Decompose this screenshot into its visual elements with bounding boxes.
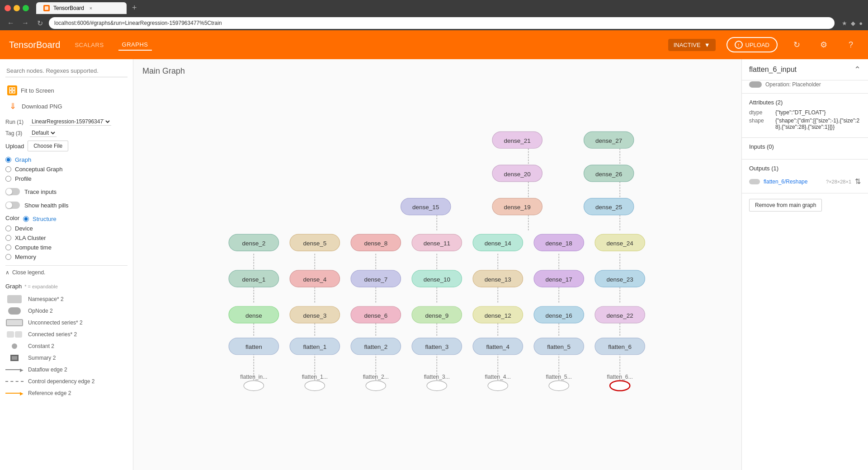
output-name[interactable]: flatten_6/Reshape xyxy=(764,179,822,185)
remove-from-main-graph-btn[interactable]: Remove from main graph xyxy=(749,199,822,212)
unconnected-symbol xyxy=(5,318,24,327)
attr-dtype-value: {"type":"DT_FLOAT"} xyxy=(775,109,826,116)
namespace-symbol xyxy=(5,295,24,304)
compute-radio[interactable] xyxy=(5,244,11,250)
color-xla[interactable]: XLA Cluster xyxy=(5,233,127,243)
nav-scalars[interactable]: SCALARS xyxy=(71,40,107,50)
memory-radio[interactable] xyxy=(5,254,11,260)
browser-tab[interactable]: TensorBoard × xyxy=(36,2,127,14)
inputs-title: Inputs (0) xyxy=(749,143,861,150)
input-oval-flatten-2[interactable] xyxy=(366,381,386,390)
profile-radio-input[interactable] xyxy=(5,176,11,182)
show-health-pills-toggle[interactable]: Show health pills xyxy=(5,200,127,211)
input-oval-flatten-4[interactable] xyxy=(488,381,508,390)
legend-namespace-label: Namespace* 2 xyxy=(28,296,64,302)
minimize-window-btn[interactable] xyxy=(14,5,20,11)
right-panel-close-btn[interactable]: ⌃ xyxy=(854,65,861,75)
svg-text:dense_21: dense_21 xyxy=(504,137,531,144)
tab-title: TensorBoard xyxy=(53,5,84,11)
close-window-btn[interactable] xyxy=(5,5,11,11)
run-select[interactable]: LinearRegression-1597963477 xyxy=(30,118,111,126)
legend-constant: Constant 2 xyxy=(5,340,127,352)
structure-radio[interactable] xyxy=(23,216,29,222)
graph-radio-profile[interactable]: Profile xyxy=(5,174,127,183)
opnode-symbol xyxy=(5,306,24,315)
opnode-oval xyxy=(8,307,21,315)
trace-inputs-switch[interactable] xyxy=(5,188,20,195)
color-memory[interactable]: Memory xyxy=(5,252,127,262)
download-png-label: Download PNG xyxy=(22,103,62,110)
dataflow-line: ▶ xyxy=(5,367,24,372)
outputs-section: Outputs (1) flatten_6/Reshape ?×28×28×1 … xyxy=(742,160,868,193)
help-button[interactable]: ? xyxy=(843,37,859,53)
health-pills-label: Show health pills xyxy=(24,202,69,209)
tensorboard-logo: TensorBoard xyxy=(9,40,60,50)
color-device[interactable]: Device xyxy=(5,224,127,233)
svg-text:flatten_3...: flatten_3... xyxy=(424,374,450,380)
extension-icon[interactable]: ◆ xyxy=(851,20,855,27)
maximize-window-btn[interactable] xyxy=(23,5,29,11)
choose-file-btn[interactable]: Choose File xyxy=(28,141,68,151)
graph-radio-conceptual[interactable]: Conceptual Graph xyxy=(5,164,127,174)
address-bar: ← → ↻ localhost:6006/#graphs&run=LinearR… xyxy=(0,16,868,30)
input-oval-flatten-3[interactable] xyxy=(427,381,447,390)
legend-unconnected-label: Unconnected series* 2 xyxy=(28,320,83,326)
input-oval-flatten[interactable] xyxy=(244,381,264,390)
svg-text:dense_1: dense_1 xyxy=(242,276,265,283)
svg-text:flatten_6: flatten_6 xyxy=(608,343,632,350)
search-input[interactable] xyxy=(5,65,127,77)
reload-btn[interactable]: ↻ xyxy=(34,18,45,28)
input-oval-flatten-1[interactable] xyxy=(305,381,325,390)
back-btn[interactable]: ← xyxy=(5,18,16,28)
dataflow-arrow: ▶ xyxy=(20,367,24,372)
legend-reference: ▶ Reference edge 2 xyxy=(5,387,127,399)
attr-shape-value: {"shape":{"dim":[{"size":-1},{"size":28}… xyxy=(775,118,861,130)
color-structure[interactable]: Structure xyxy=(23,214,57,224)
device-radio[interactable] xyxy=(5,226,11,231)
input-oval-flatten-6-selected[interactable] xyxy=(610,381,630,390)
svg-text:flatten_1: flatten_1 xyxy=(303,343,326,350)
attributes-title: Attributes (2) xyxy=(749,99,861,106)
svg-text:dense_3: dense_3 xyxy=(303,312,326,319)
nav-graphs[interactable]: GRAPHS xyxy=(118,39,152,51)
legend-namespace: Namespace* 2 xyxy=(5,293,127,305)
op-oval-icon xyxy=(749,81,762,88)
constant-symbol xyxy=(5,342,24,351)
svg-text:flatten_4...: flatten_4... xyxy=(485,374,511,380)
upload-button[interactable]: ↑ UPLOAD xyxy=(726,37,778,52)
profile-icon[interactable]: ● xyxy=(859,20,863,27)
conceptual-radio-input[interactable] xyxy=(5,166,11,172)
url-text: localhost:6006/#graphs&run=LinearRegress… xyxy=(54,20,222,26)
graph-svg[interactable]: dense_21 dense_27 dense_20 dense_26 dens… xyxy=(133,82,741,470)
browser-window-controls xyxy=(5,5,29,11)
c-rect1 xyxy=(7,331,14,338)
svg-text:dense_8: dense_8 xyxy=(364,240,387,247)
download-png-btn[interactable]: ⇓ Download PNG xyxy=(5,98,127,114)
svg-text:dense_12: dense_12 xyxy=(485,312,511,319)
run-selector: Run (1) LinearRegression-1597963477 xyxy=(5,118,127,126)
tag-label: Tag (3) xyxy=(5,130,28,136)
xla-radio[interactable] xyxy=(5,235,11,241)
graph-radio-input[interactable] xyxy=(5,157,11,163)
tab-close-btn[interactable]: × xyxy=(88,5,94,11)
bookmark-icon[interactable]: ★ xyxy=(842,20,847,27)
input-oval-flatten-5[interactable] xyxy=(549,381,569,390)
svg-text:dense_4: dense_4 xyxy=(303,276,326,283)
url-bar[interactable]: localhost:6006/#graphs&run=LinearRegress… xyxy=(49,17,835,29)
legend-control: Control dependency edge 2 xyxy=(5,376,127,387)
expand-icon[interactable]: ⇅ xyxy=(855,177,861,186)
settings-button[interactable]: ⚙ xyxy=(816,37,832,53)
refresh-button[interactable]: ↻ xyxy=(788,37,805,53)
color-compute[interactable]: Compute time xyxy=(5,243,127,252)
health-pills-switch[interactable] xyxy=(5,202,20,209)
legend-toggle-btn[interactable]: ∧ Close legend. xyxy=(5,265,127,279)
run-selector-dropdown[interactable]: INACTIVE ▼ xyxy=(668,39,716,51)
trace-inputs-toggle[interactable]: Trace inputs xyxy=(5,186,127,197)
graph-radio-graph[interactable]: Graph xyxy=(5,155,127,164)
forward-btn[interactable]: → xyxy=(20,18,31,28)
fit-to-screen-btn[interactable]: Fit to Screen xyxy=(5,83,127,98)
ref-line-body xyxy=(5,393,20,394)
tag-select[interactable]: Default xyxy=(30,129,57,137)
legend-opnode: OpNode 2 xyxy=(5,305,127,317)
new-tab-btn[interactable]: + xyxy=(132,3,137,13)
